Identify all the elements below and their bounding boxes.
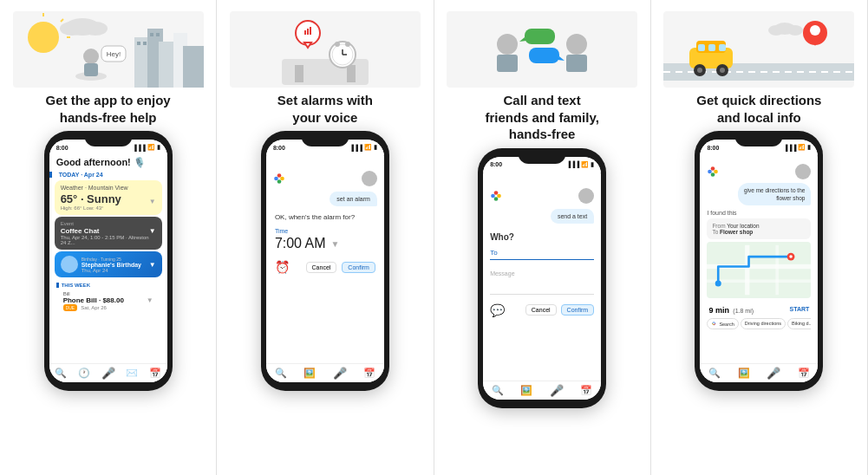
dir-bottom-tabs: Search Driving directions Biking d... [707, 318, 811, 329]
illustration-3 [443, 10, 642, 88]
phone-1: 8:00 ▐▐▐ 📶 ▮ Good afternoon! 🎙️ TODAY · … [44, 131, 173, 391]
home-header: Good afternoon! 🎙️ [49, 155, 167, 172]
event-time: Thu, Apr 24, 1:00 - 2:15 PM · Altreston … [61, 235, 149, 245]
alarm-cancel-button[interactable]: Cancel [306, 262, 337, 273]
signal-icon: ▐▐▐ [133, 145, 146, 151]
birthday-card: Birthday · Turning 25 Stephanie's Birthd… [55, 251, 162, 277]
weather-card: Weather · Mountain View 65° · Sunny High… [55, 180, 162, 215]
message-area[interactable]: Message [490, 270, 594, 295]
svg-rect-16 [84, 63, 98, 76]
dir-tab-search[interactable]: Search [707, 318, 738, 329]
svg-point-68 [810, 25, 820, 36]
nav-calendar-icon-3[interactable]: 📅 [580, 385, 592, 396]
dir-tab-biking[interactable]: Biking d... [787, 318, 811, 329]
nav-photo-icon-4[interactable]: 🖼️ [738, 368, 750, 379]
nav-clock-icon[interactable]: 🕐 [78, 368, 90, 379]
svg-point-1 [28, 22, 59, 53]
nav-mail-icon[interactable]: ✉️ [126, 368, 138, 379]
svg-rect-65 [708, 44, 715, 51]
event-card: Event Coffee Chat Thu, Apr 24, 1:00 - 2:… [55, 217, 162, 250]
panel-2-title: Set alarms with your voice [277, 92, 373, 126]
alarm-bell-icon: ⏰ [275, 260, 290, 274]
text-cancel-button[interactable]: Cancel [525, 304, 557, 316]
phone-screen-4: 8:00 ▐▐▐ 📶 ▮ [700, 140, 818, 382]
svg-point-61 [697, 68, 702, 73]
dir-start-button[interactable]: START [790, 306, 810, 312]
svg-rect-12 [150, 33, 153, 36]
text-buttons: Cancel Confirm [525, 304, 594, 316]
svg-text:Hey!: Hey! [106, 50, 120, 58]
status-icons-4: ▐▐▐ 📶 ▮ [783, 144, 811, 151]
status-icons-1: ▐▐▐ 📶 ▮ [133, 144, 160, 151]
dir-tab-biking-label: Biking d... [792, 321, 811, 326]
user-avatar-2 [362, 171, 377, 186]
assistant-dots-3 [490, 188, 594, 204]
alarm-chat: set an alarm OK, when's the alarm for? T… [266, 155, 384, 379]
today-label: TODAY · Apr 24 [49, 172, 167, 178]
nav-explore-icon-4[interactable]: 🔍 [708, 368, 721, 379]
nav-photo-icon-2[interactable]: 🖼️ [303, 368, 316, 379]
svg-rect-10 [137, 42, 140, 45]
svg-rect-11 [143, 42, 147, 45]
dir-from-label: From [712, 223, 725, 229]
svg-point-31 [345, 42, 350, 47]
svg-point-76 [711, 172, 715, 177]
to-field[interactable]: To [490, 249, 594, 260]
svg-point-43 [497, 34, 518, 55]
svg-rect-79 [745, 245, 749, 295]
event-chevron: ▼ [149, 227, 156, 235]
phone-screen-2: 8:00 ▐▐▐ 📶 ▮ [266, 140, 384, 382]
alarm-time-text: 7:00 AM [275, 236, 326, 251]
svg-rect-37 [310, 27, 311, 35]
svg-point-45 [566, 34, 587, 55]
svg-rect-47 [525, 29, 555, 44]
bottom-nav-1: 🔍 🕐 🎤 ✉️ 📅 [49, 363, 167, 382]
panel-3-title: Call and text friends and family, hands-… [485, 92, 598, 143]
nav-mic-icon[interactable]: 🎤 [101, 367, 115, 380]
svg-point-53 [497, 193, 501, 198]
text-chat: send a text Who? To Message 💬 Cancel Con… [483, 172, 601, 381]
dir-card: From Your location To Flower shop [707, 218, 811, 239]
user-avatar-4 [795, 164, 811, 179]
svg-rect-25 [347, 65, 356, 82]
nav-calendar-icon[interactable]: 📅 [149, 368, 161, 379]
nav-photo-icon-3[interactable]: 🖼️ [520, 385, 532, 396]
alarm-bubble-right-container: set an alarm [273, 192, 377, 206]
nav-explore-icon-3[interactable]: 🔍 [492, 385, 504, 396]
dir-time-distance: 9 min (1.8 mi) [708, 301, 754, 316]
signal-icon-3: ▐▐▐ [566, 161, 579, 167]
nav-mic-icon-3[interactable]: 🎤 [550, 384, 564, 397]
svg-rect-9 [183, 46, 204, 88]
svg-rect-36 [307, 29, 309, 35]
svg-rect-24 [295, 65, 303, 82]
nav-calendar-icon-2[interactable]: 📅 [363, 368, 375, 379]
nav-mic-icon-2[interactable]: 🎤 [333, 367, 347, 380]
nav-explore-icon-2[interactable]: 🔍 [275, 368, 287, 379]
dir-tab-driving[interactable]: Driving directions [741, 318, 786, 329]
weather-temp: 65° · Sunny [61, 192, 121, 205]
svg-rect-35 [304, 30, 306, 35]
phone-notch-2 [301, 131, 349, 146]
illustration-4 [660, 10, 858, 88]
bill-row: Bill Phone Bill · $88.00 ▼ DUE Sat, Apr … [56, 290, 160, 313]
nav-mic-icon-4[interactable]: 🎤 [767, 367, 780, 380]
nav-explore-icon[interactable]: 🔍 [55, 368, 67, 379]
alarm-bubble-right: set an alarm [330, 192, 377, 206]
wifi-icon-4: 📶 [798, 144, 806, 151]
dir-tab-search-label: Search [719, 322, 734, 327]
svg-rect-13 [156, 33, 160, 36]
alarm-confirm-button[interactable]: Confirm [342, 262, 375, 273]
alarm-dropdown-icon[interactable]: ▼ [331, 239, 340, 249]
svg-point-39 [277, 173, 282, 178]
nav-calendar-icon-4[interactable]: 📅 [798, 368, 810, 379]
svg-rect-81 [707, 280, 811, 283]
text-confirm-button[interactable]: Confirm [561, 304, 595, 316]
panel-4: Get quick directions and local info 8:00… [651, 0, 868, 475]
panel-1-title: Get the app to enjoy hands-free help [46, 92, 171, 126]
svg-rect-46 [566, 55, 587, 72]
panel-1: Hey! Get the app to enjoy hands-free hel… [0, 0, 217, 475]
status-icons-3: ▐▐▐ 📶 ▮ [566, 161, 594, 168]
phone-notch-3 [519, 148, 566, 164]
dir-from-row: From Your location [712, 223, 806, 229]
weather-chevron: ▼ [149, 198, 156, 205]
